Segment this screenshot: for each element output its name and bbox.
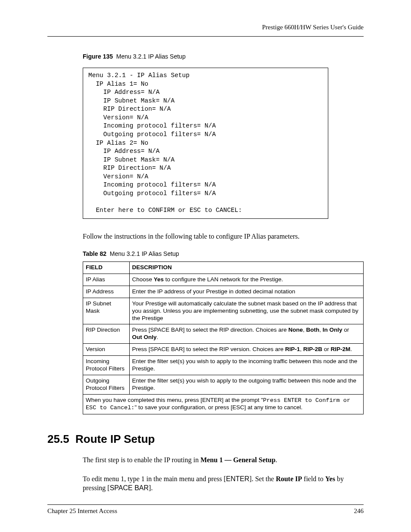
col-field: FIELD bbox=[83, 262, 130, 274]
desc-cell: Choose Yes to configure the LAN network … bbox=[129, 274, 363, 286]
field-cell: Version bbox=[83, 344, 130, 356]
header-rule bbox=[47, 36, 364, 37]
footer-right: 246 bbox=[354, 507, 364, 515]
terminal-output: Menu 3.2.1 - IP Alias Setup IP Alias 1= … bbox=[83, 68, 328, 219]
document-page: Prestige 660H/HW Series User's Guide Fig… bbox=[0, 0, 411, 532]
figure-label: Figure 135 bbox=[83, 53, 113, 60]
footer-left: Chapter 25 Internet Access bbox=[47, 507, 117, 515]
section-para-2: To edit menu 1, type 1 in the main menu … bbox=[83, 474, 364, 493]
desc-cell: Enter the filter set(s) you wish to appl… bbox=[129, 356, 363, 375]
field-description-table: FIELD DESCRIPTION IP Alias Choose Yes to… bbox=[83, 261, 364, 414]
page-header: Prestige 660H/HW Series User's Guide bbox=[47, 24, 364, 37]
table-row: Incoming Protocol Filters Enter the filt… bbox=[83, 356, 364, 375]
figure-title: Menu 3.2.1 IP Alias Setup bbox=[116, 53, 186, 60]
table-label: Table 82 bbox=[83, 250, 106, 257]
section-number: 25.5 bbox=[47, 432, 69, 445]
desc-cell: Press [SPACE BAR] to select the RIP vers… bbox=[129, 344, 363, 356]
table-row: IP Alias Choose Yes to configure the LAN… bbox=[83, 274, 364, 286]
field-cell: RIP Direction bbox=[83, 324, 130, 344]
table-row: IP Address Enter the IP address of your … bbox=[83, 286, 364, 298]
page-footer: Chapter 25 Internet Access 246 bbox=[47, 504, 364, 515]
footnote-cell: When you have completed this menu, press… bbox=[83, 394, 364, 414]
field-cell: IP Alias bbox=[83, 274, 130, 286]
table-row: IP Subnet Mask Your Prestige will automa… bbox=[83, 298, 364, 324]
section-title: Route IP Setup bbox=[75, 432, 155, 445]
field-cell: IP Address bbox=[83, 286, 130, 298]
desc-cell: Press [SPACE BAR] to select the RIP dire… bbox=[129, 324, 363, 344]
field-cell: IP Subnet Mask bbox=[83, 298, 130, 324]
section-para-1: The first step is to enable the IP routi… bbox=[83, 455, 364, 465]
table-header-row: FIELD DESCRIPTION bbox=[83, 262, 364, 274]
table-row: Version Press [SPACE BAR] to select the … bbox=[83, 344, 364, 356]
col-description: DESCRIPTION bbox=[129, 262, 363, 274]
field-cell: Outgoing Protocol Filters bbox=[83, 375, 130, 394]
desc-cell: Your Prestige will automatically calcula… bbox=[129, 298, 363, 324]
section-heading: 25.5 Route IP Setup bbox=[47, 432, 364, 446]
footer-rule bbox=[47, 504, 364, 505]
table-title: Menu 3.2.1 IP Alias Setup bbox=[110, 250, 179, 257]
table-footnote-row: When you have completed this menu, press… bbox=[83, 394, 364, 414]
desc-cell: Enter the IP address of your Prestige in… bbox=[129, 286, 363, 298]
field-cell: Incoming Protocol Filters bbox=[83, 356, 130, 375]
figure-caption: Figure 135 Menu 3.2.1 IP Alias Setup bbox=[83, 53, 364, 60]
table-row: Outgoing Protocol Filters Enter the filt… bbox=[83, 375, 364, 394]
intro-paragraph: Follow the instructions in the following… bbox=[83, 232, 364, 241]
desc-cell: Enter the filter set(s) you wish to appl… bbox=[129, 375, 363, 394]
header-title: Prestige 660H/HW Series User's Guide bbox=[47, 24, 364, 31]
table-row: RIP Direction Press [SPACE BAR] to selec… bbox=[83, 324, 364, 344]
table-caption: Table 82 Menu 3.2.1 IP Alias Setup bbox=[83, 250, 364, 257]
